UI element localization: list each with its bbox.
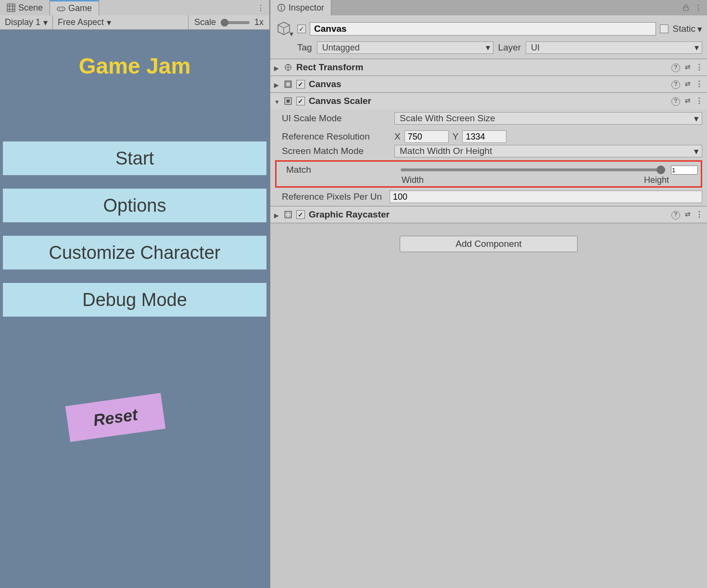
component-title: Canvas bbox=[309, 79, 341, 89]
chevron-down-icon: ▾ bbox=[107, 17, 111, 28]
match-height-label: Height bbox=[644, 175, 669, 185]
scale-label: Scale bbox=[194, 17, 216, 27]
lock-icon[interactable] bbox=[682, 4, 690, 12]
svg-point-12 bbox=[286, 213, 287, 214]
component-menu[interactable] bbox=[695, 79, 703, 89]
ui-scale-mode-dropdown[interactable]: Scale With Screen Size▾ bbox=[394, 112, 702, 125]
expand-toggle[interactable] bbox=[274, 62, 280, 73]
grid-icon bbox=[7, 3, 15, 12]
component-menu[interactable] bbox=[695, 63, 703, 72]
component-enabled-checkbox[interactable]: ✓ bbox=[296, 210, 305, 219]
help-icon[interactable] bbox=[671, 96, 680, 106]
tab-inspector-label: Inspector bbox=[289, 3, 324, 13]
ui-scale-mode-value: Scale With Screen Size bbox=[400, 113, 495, 124]
canvas-icon bbox=[284, 80, 292, 89]
match-highlight: Match Width Height bbox=[275, 160, 702, 188]
component-canvas: ✓ Canvas bbox=[270, 76, 707, 93]
expand-toggle[interactable] bbox=[274, 96, 280, 106]
svg-rect-11 bbox=[285, 211, 291, 218]
layer-dropdown[interactable]: UI▾ bbox=[526, 41, 702, 54]
svg-point-15 bbox=[289, 216, 290, 217]
chevron-down-icon: ▾ bbox=[694, 113, 699, 124]
component-rect-transform: Rect Transform bbox=[270, 59, 707, 76]
aspect-dropdown[interactable]: Free Aspect ▾ bbox=[53, 15, 189, 29]
layer-value: UI bbox=[531, 43, 540, 53]
chevron-down-icon: ▾ bbox=[486, 42, 490, 53]
svg-point-4 bbox=[281, 6, 282, 7]
inspector-tab-menu[interactable] bbox=[694, 3, 702, 13]
menu-customize-button[interactable]: Customize Character bbox=[3, 236, 266, 269]
component-enabled-checkbox[interactable]: ✓ bbox=[296, 80, 305, 89]
y-label: Y bbox=[453, 131, 459, 142]
reference-pixels-input[interactable] bbox=[390, 191, 702, 203]
inspector-tab-bar: Inspector bbox=[270, 0, 707, 15]
chevron-down-icon[interactable]: ▾ bbox=[290, 29, 293, 38]
svg-point-1 bbox=[59, 8, 60, 9]
gamepad-icon bbox=[57, 4, 65, 13]
preset-icon[interactable] bbox=[685, 63, 691, 72]
canvas-scaler-icon bbox=[284, 97, 292, 105]
svg-rect-8 bbox=[286, 82, 290, 87]
match-slider[interactable] bbox=[401, 168, 665, 171]
chevron-down-icon: ▾ bbox=[43, 17, 48, 28]
dots-icon bbox=[257, 3, 265, 13]
display-dropdown[interactable]: Display 1 ▾ bbox=[0, 15, 53, 29]
screen-match-mode-label: Screen Match Mode bbox=[275, 146, 391, 156]
reference-resolution-x-input[interactable] bbox=[404, 130, 449, 143]
expand-toggle[interactable] bbox=[274, 79, 280, 89]
reference-resolution-label: Reference Resolution bbox=[275, 131, 391, 142]
ui-scale-mode-label: UI Scale Mode bbox=[275, 113, 391, 124]
component-title: Canvas Scaler bbox=[309, 96, 371, 106]
reference-pixels-label: Reference Pixels Per Un bbox=[275, 192, 386, 202]
svg-rect-5 bbox=[281, 7, 282, 10]
gameobject-name-input[interactable] bbox=[310, 22, 656, 36]
screen-match-mode-value: Match Width Or Height bbox=[400, 146, 492, 156]
gameobject-header: ▾ ✓ Static▾ bbox=[270, 15, 707, 39]
component-menu[interactable] bbox=[695, 210, 703, 219]
preset-icon[interactable] bbox=[685, 210, 691, 219]
expand-toggle[interactable] bbox=[274, 209, 280, 220]
gameobject-active-checkbox[interactable]: ✓ bbox=[297, 25, 306, 33]
help-icon[interactable] bbox=[671, 79, 680, 89]
static-label: Static bbox=[672, 24, 695, 34]
game-toolbar: Display 1 ▾ Free Aspect ▾ Scale 1x bbox=[0, 15, 269, 30]
svg-rect-6 bbox=[683, 7, 688, 11]
raycaster-icon bbox=[284, 210, 292, 219]
game-stage: Game Jam Start Options Customize Charact… bbox=[0, 30, 269, 588]
help-icon[interactable] bbox=[671, 63, 680, 72]
tab-scene[interactable]: Scene bbox=[0, 0, 50, 15]
preset-icon[interactable] bbox=[685, 96, 691, 106]
scale-value: 1x bbox=[254, 17, 264, 27]
menu-options-button[interactable]: Options bbox=[3, 189, 266, 222]
component-menu[interactable] bbox=[695, 96, 703, 106]
tag-dropdown[interactable]: Untagged▾ bbox=[317, 41, 493, 54]
match-label: Match bbox=[279, 165, 395, 175]
component-enabled-checkbox[interactable]: ✓ bbox=[296, 97, 305, 105]
tab-game[interactable]: Game bbox=[50, 0, 99, 15]
tag-label: Tag bbox=[297, 42, 312, 53]
svg-point-13 bbox=[289, 213, 290, 214]
component-title: Graphic Raycaster bbox=[309, 209, 390, 220]
svg-rect-10 bbox=[287, 100, 290, 103]
preset-icon[interactable] bbox=[685, 79, 691, 89]
tab-inspector[interactable]: Inspector bbox=[270, 0, 331, 15]
scene-game-tab-bar: Scene Game bbox=[0, 0, 269, 15]
tag-value: Untagged bbox=[322, 43, 360, 53]
info-icon bbox=[277, 3, 286, 12]
add-component-button[interactable]: Add Component bbox=[400, 236, 578, 252]
screen-match-mode-dropdown[interactable]: Match Width Or Height▾ bbox=[394, 145, 702, 157]
component-title: Rect Transform bbox=[296, 62, 363, 73]
static-checkbox[interactable] bbox=[660, 25, 669, 33]
chevron-down-icon[interactable]: ▾ bbox=[697, 24, 702, 35]
menu-start-button[interactable]: Start bbox=[3, 141, 266, 175]
menu-reset-button[interactable]: Reset bbox=[65, 393, 165, 442]
svg-point-14 bbox=[286, 216, 287, 217]
left-tab-menu[interactable] bbox=[252, 0, 269, 15]
match-value-input[interactable] bbox=[671, 166, 698, 175]
tab-scene-label: Scene bbox=[18, 3, 43, 13]
reference-resolution-y-input[interactable] bbox=[462, 130, 506, 143]
menu-debug-button[interactable]: Debug Mode bbox=[3, 283, 266, 317]
tab-game-label: Game bbox=[68, 3, 92, 13]
scale-slider[interactable] bbox=[221, 21, 250, 24]
help-icon[interactable] bbox=[671, 210, 680, 219]
